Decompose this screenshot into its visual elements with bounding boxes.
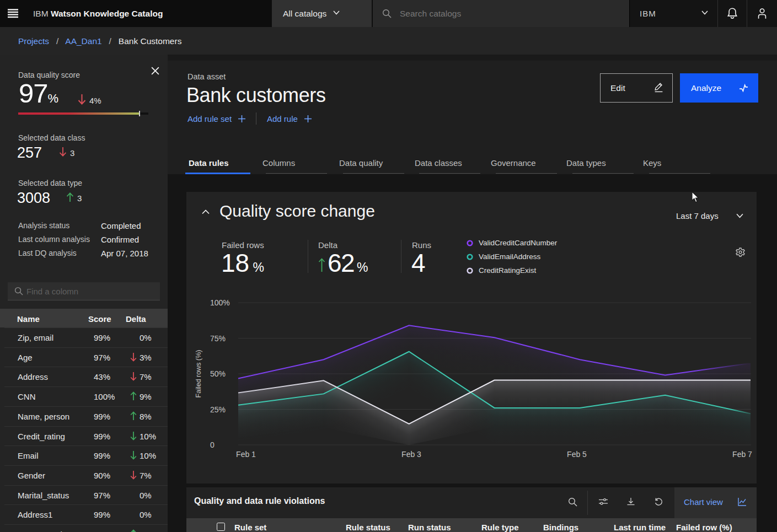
svg-text:0: 0 bbox=[210, 440, 215, 449]
svg-text:75%: 75% bbox=[210, 334, 226, 343]
svg-text:50%: 50% bbox=[210, 369, 226, 378]
svg-text:Feb 5: Feb 5 bbox=[567, 450, 587, 459]
svg-text:Feb 1: Feb 1 bbox=[236, 450, 256, 459]
svg-text:Feb 7: Feb 7 bbox=[732, 450, 752, 459]
svg-text:25%: 25% bbox=[210, 405, 226, 414]
svg-text:100%: 100% bbox=[210, 298, 230, 307]
svg-text:Feb 3: Feb 3 bbox=[401, 450, 421, 459]
svg-text:Failed rows (%): Failed rows (%) bbox=[195, 350, 202, 398]
